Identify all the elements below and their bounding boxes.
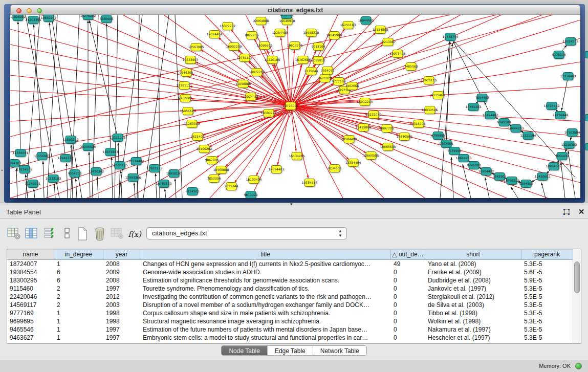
graph-node[interactable]: 13321203	[110, 134, 126, 142]
graph-node[interactable]: 10633907	[183, 56, 199, 64]
tab-node-table[interactable]: Node Table	[222, 346, 268, 355]
graph-node[interactable]: 11026902	[10, 15, 26, 21]
graph-node[interactable]: 21256448	[553, 112, 569, 119]
graph-node[interactable]: 7485063	[404, 63, 418, 71]
delete-table-icon[interactable]	[92, 226, 107, 243]
select-rows-icon[interactable]	[42, 226, 57, 243]
graph-node[interactable]: 17734403	[560, 73, 576, 80]
graph-node[interactable]: 10975887	[103, 148, 119, 156]
table-row[interactable]: 1938455462009Genome-wide association stu…	[7, 268, 573, 276]
row-height-icon[interactable]	[59, 226, 75, 243]
close-traffic-light[interactable]	[16, 8, 21, 13]
network-canvas[interactable]: 1872400712563905106339079546305113811119…	[10, 15, 580, 198]
graph-node[interactable]: 8997705	[380, 125, 394, 133]
table-row[interactable]: 1830029562008Estimation of significance …	[7, 276, 573, 285]
memory-status-icon[interactable]	[575, 363, 582, 369]
graph-node[interactable]: 9315705	[412, 120, 426, 128]
graph-node[interactable]: 10222079	[366, 111, 382, 119]
graph-node[interactable]: 12213987	[380, 38, 396, 46]
column-header-title[interactable]: title	[140, 249, 391, 260]
graph-node[interactable]: 12975115	[421, 77, 437, 84]
tab-edge-table[interactable]: Edge Table	[268, 346, 313, 355]
graph-node[interactable]: 9777169	[332, 78, 346, 85]
graph-node[interactable]: 7654403	[555, 152, 569, 160]
graph-node[interactable]: 9055812	[312, 57, 325, 64]
graph-node[interactable]: 11245301	[25, 180, 41, 188]
graph-node[interactable]: 9613099	[244, 191, 258, 199]
graph-node[interactable]: 12134404	[128, 158, 144, 165]
graph-node[interactable]: 10934502	[546, 163, 562, 170]
graph-node[interactable]: 8822206	[245, 32, 259, 39]
window-titlebar[interactable]: citations_edges.txt	[10, 5, 580, 15]
table-row[interactable]: 977716911998Corpus callosum shape and si…	[7, 309, 573, 317]
graph-node[interactable]: 6799905	[431, 132, 445, 140]
graph-node[interactable]: 12751104	[237, 54, 253, 62]
column-header-indegree[interactable]: in_degree	[54, 249, 103, 260]
column-header-pagerank[interactable]: pagerank	[521, 249, 573, 260]
graph-node[interactable]: 12254409	[272, 29, 288, 37]
graph-node[interactable]: 11156803	[34, 152, 50, 160]
graph-node[interactable]: 9124502	[186, 188, 200, 195]
graph-node[interactable]: 9275304	[552, 51, 566, 59]
graph-node[interactable]: 7625344	[225, 183, 238, 190]
graph-node[interactable]: 12024404	[207, 31, 223, 38]
graph-node[interactable]: 9762609	[179, 95, 192, 102]
graph-node[interactable]: 15276202	[80, 15, 96, 20]
table-options-icon[interactable]	[6, 226, 21, 243]
graph-node[interactable]: 12160202	[197, 145, 212, 153]
graph-node[interactable]: 13354404	[345, 159, 361, 167]
table-row[interactable]: 1456911722003Disruption of a novel membe…	[7, 301, 573, 309]
new-table-icon[interactable]	[75, 226, 90, 243]
close-icon[interactable]: ✕	[577, 207, 586, 217]
zoom-traffic-light[interactable]	[37, 8, 42, 13]
graph-node[interactable]: 12505135	[112, 162, 128, 169]
minimize-traffic-light[interactable]	[27, 8, 32, 13]
graph-node[interactable]: 11450342	[89, 168, 104, 176]
graph-node[interactable]: 9115469	[431, 92, 445, 99]
graph-node[interactable]: 11355051	[13, 149, 29, 157]
graph-node[interactable]: 10958107	[166, 170, 182, 178]
graph-node[interactable]: 12210303	[561, 141, 577, 149]
graph-node[interactable]: 16781203	[466, 103, 482, 111]
graph-node[interactable]: 15495809	[356, 124, 372, 132]
graph-node[interactable]: 16133404	[246, 176, 262, 184]
graph-node[interactable]: 7694403	[475, 94, 489, 102]
graph-node[interactable]: 15056607	[180, 107, 196, 115]
graph-node[interactable]: 11381111	[177, 82, 192, 90]
graph-node[interactable]: 1621078	[318, 75, 332, 82]
graph-node[interactable]: 16944905	[358, 17, 374, 25]
table-vertical-scrollbar[interactable]	[573, 249, 581, 343]
graph-node[interactable]: 8130404	[280, 15, 294, 19]
graph-node[interactable]: 10644203	[456, 155, 472, 162]
table-row[interactable]: 2242004622012Investigating the contribut…	[7, 293, 573, 301]
graph-node[interactable]: 16154808	[373, 26, 388, 34]
graph-node[interactable]: 19384554	[302, 179, 318, 187]
graph-node[interactable]: 11693202	[63, 136, 79, 144]
graph-node[interactable]: 7853304	[207, 175, 221, 183]
show-columns-icon[interactable]	[24, 226, 39, 243]
network-view-window[interactable]: citations_edges.txt 18724007125639051063…	[10, 5, 580, 198]
graph-node[interactable]: 15958210	[303, 29, 319, 37]
graph-node[interactable]: 7934078	[321, 67, 335, 75]
function-builder-icon[interactable]: f(x)	[127, 226, 142, 243]
graph-node[interactable]: 8679905	[448, 147, 462, 155]
graph-node[interactable]: 14002209	[226, 43, 242, 51]
table-row[interactable]: 911546021997Tourette syndrome. Phenomeno…	[7, 285, 573, 293]
graph-node[interactable]: 9613104	[312, 43, 325, 51]
scrollbar-thumb[interactable]	[574, 261, 580, 293]
graph-node[interactable]: 15372207	[220, 23, 236, 30]
graph-node[interactable]: 10653287	[41, 15, 57, 22]
graph-node[interactable]: 21203355	[26, 16, 41, 24]
column-header-name[interactable]: name	[7, 249, 54, 260]
panel-collapse-arrow[interactable]: ‣	[0, 168, 4, 174]
graph-node[interactable]: 7462666	[345, 82, 359, 90]
graph-node[interactable]: 12321104	[520, 132, 536, 140]
graph-node[interactable]: 7625404	[191, 133, 205, 141]
graph-node[interactable]: 9667905	[440, 140, 453, 148]
graph-node[interactable]: 15724569	[544, 102, 560, 110]
graph-node[interactable]: 19448744	[443, 33, 459, 41]
graph-node[interactable]: 9245003	[467, 162, 481, 169]
graph-node[interactable]: 11283309	[184, 120, 200, 128]
table-row[interactable]: 946362711997Embryonic stem cells: a mode…	[7, 334, 573, 342]
graph-node[interactable]: 9294503	[519, 180, 533, 188]
